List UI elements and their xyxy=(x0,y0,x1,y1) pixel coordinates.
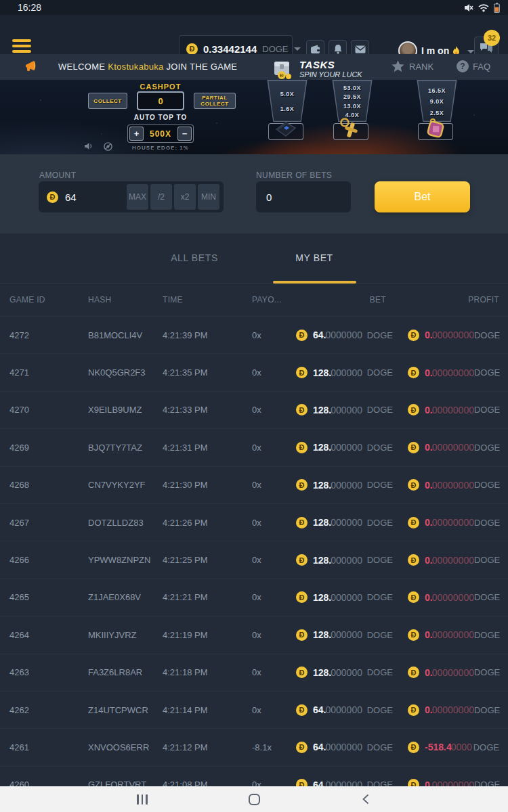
doge-coin-icon: Ð xyxy=(296,404,308,415)
cell-hash: DOTZLLDZ83 xyxy=(79,518,153,528)
cell-payout: 0x xyxy=(242,443,287,453)
cell-game-id: 4261 xyxy=(0,742,79,752)
bet-currency: DOGE xyxy=(367,667,393,677)
cell-profit: Ð-518.40000 DOGE xyxy=(393,742,508,753)
doge-coin-icon: Ð xyxy=(408,442,419,453)
ankh-key-item-icon xyxy=(337,117,365,140)
tasks-link[interactable]: Ð TASKSSPIN YOUR LUCK xyxy=(271,56,362,81)
amount-input[interactable]: 64 xyxy=(65,191,125,203)
number-of-bets-input[interactable]: 0 xyxy=(256,181,351,212)
cell-bet: Ð128.000000 DOGE xyxy=(287,667,393,678)
cell-bet: Ð64.0000000 DOGE xyxy=(287,704,393,716)
prize-slot-amulet[interactable] xyxy=(418,123,453,140)
bet-currency: DOGE xyxy=(367,443,393,453)
menu-icon[interactable] xyxy=(12,39,31,53)
cell-profit: Ð0.00000000 DOGE xyxy=(393,367,508,378)
profit-currency: DOGE xyxy=(474,405,500,415)
rank-link[interactable]: RANK xyxy=(391,60,433,72)
cell-bet: Ð128.000000 DOGE xyxy=(287,517,393,528)
recents-button[interactable] xyxy=(122,786,163,812)
doge-coin-icon: Ð xyxy=(296,667,308,678)
half-button[interactable]: /2 xyxy=(150,184,172,210)
doge-coin-icon: Ð xyxy=(296,442,308,453)
android-nav-bar xyxy=(0,786,508,812)
table-row[interactable]: 4271 NK0Q5GR2F3 4:21:35 PM 0x Ð128.00000… xyxy=(0,354,508,391)
star-icon xyxy=(391,60,404,72)
auto-top-value: 500X xyxy=(150,129,171,139)
prize-slot-ankh[interactable] xyxy=(333,123,368,140)
doge-coin-icon: Ð xyxy=(296,779,308,786)
mute-icon xyxy=(464,3,473,12)
tab-all-bets[interactable]: ALL BETS xyxy=(140,252,249,263)
profit-currency: DOGE xyxy=(474,555,500,565)
home-icon xyxy=(249,794,260,805)
cell-hash: CN7VYKY2YF xyxy=(79,480,153,490)
doge-coin-icon: Ð xyxy=(296,704,308,716)
max-button[interactable]: MAX xyxy=(127,184,148,210)
chevron-down-icon xyxy=(294,47,301,51)
doge-coin-icon: Ð xyxy=(296,330,308,341)
faq-link[interactable]: ? FAQ xyxy=(457,60,490,72)
table-row[interactable]: 4272 B81MOCLI4V 4:21:39 PM 0x Ð64.000000… xyxy=(0,317,508,354)
table-row[interactable]: 4264 MKIIIYJVRZ 4:21:19 PM 0x Ð128.00000… xyxy=(0,616,508,654)
doge-coin-icon: Ð xyxy=(296,742,308,753)
amulet-item-icon xyxy=(423,117,448,140)
table-row[interactable]: 4261 XNVOOS6ERR 4:21:12 PM -8.1x Ð64.000… xyxy=(0,729,508,766)
minus-button[interactable]: − xyxy=(177,127,192,141)
table-row[interactable]: 4268 CN7VYKY2YF 4:21:30 PM 0x Ð128.00000… xyxy=(0,467,508,504)
chevron-down-icon xyxy=(467,50,474,53)
game-area: CASHPOT COLLECT 0 PARTIAL COLLECT AUTO T… xyxy=(0,80,508,154)
profit-currency: DOGE xyxy=(474,518,500,528)
cell-payout: 0x xyxy=(242,555,287,565)
min-button[interactable]: MIN xyxy=(198,184,219,210)
cell-profit: Ð0.00000000 DOGE xyxy=(393,554,508,566)
cell-bet: Ð64.0000000 DOGE xyxy=(287,779,393,786)
partial-collect-button[interactable]: PARTIAL COLLECT xyxy=(194,93,236,109)
cell-profit: Ð0.00000000 DOGE xyxy=(393,629,508,641)
doge-coin-icon: Ð xyxy=(296,629,308,641)
multiplier-tower-3: 16.5X9.0X2.5X xyxy=(412,80,462,122)
cell-time: 4:21:33 PM xyxy=(153,405,242,415)
tab-my-bet[interactable]: MY BET xyxy=(260,252,368,263)
cell-payout: 0x xyxy=(242,405,287,415)
cell-payout: 0x xyxy=(242,480,287,490)
prize-slot-book[interactable] xyxy=(268,123,303,140)
table-row[interactable]: 4270 X9EILB9UMZ 4:21:33 PM 0x Ð128.00000… xyxy=(0,392,508,429)
cell-payout: 0x xyxy=(242,780,287,786)
question-icon: ? xyxy=(457,60,469,72)
profit-currency: DOGE xyxy=(474,705,500,715)
multiplier-tower-1: 5.0X1.6X xyxy=(262,80,312,122)
auto-top-stepper: + 500X − xyxy=(127,125,194,143)
table-row[interactable]: 4265 Z1JAE0X68V 4:21:21 PM 0x Ð128.00000… xyxy=(0,579,508,616)
table-row[interactable]: 4269 BJQ7TY7TAZ 4:21:31 PM 0x Ð128.00000… xyxy=(0,429,508,466)
app-screen: 16:28 Ð 0.33442144 DOGE I m on xyxy=(0,0,508,812)
number-of-bets-label: NUMBER OF BETS xyxy=(256,171,332,180)
table-row[interactable]: 4266 YPWW8ZNPZN 4:21:25 PM 0x Ð128.00000… xyxy=(0,541,508,579)
back-button[interactable] xyxy=(345,786,386,812)
doge-coin-icon: Ð xyxy=(408,404,419,415)
doge-coin-icon: Ð xyxy=(408,742,419,753)
cell-hash: XNVOOS6ERR xyxy=(79,742,153,752)
table-row[interactable]: 4267 DOTZLLDZ83 4:21:26 PM 0x Ð128.00000… xyxy=(0,504,508,541)
table-row[interactable]: 4262 Z14UTCPWCR 4:21:14 PM 0x Ð64.000000… xyxy=(0,692,508,729)
cell-payout: 0x xyxy=(242,518,287,528)
cell-profit: Ð0.00000000 DOGE xyxy=(393,591,508,603)
cell-game-id: 4267 xyxy=(0,518,79,528)
table-row[interactable]: 4260 GZLFQRTVRT 4:21:08 PM 0x Ð64.000000… xyxy=(0,767,508,786)
double-button[interactable]: x2 xyxy=(174,184,196,210)
doge-coin-icon: Ð xyxy=(408,517,419,528)
collect-button[interactable]: COLLECT xyxy=(88,93,127,109)
bet-button[interactable]: Bet xyxy=(375,181,470,212)
home-button[interactable] xyxy=(234,786,274,812)
doge-coin-icon: Ð xyxy=(408,629,419,641)
balance-currency: DOGE xyxy=(262,44,288,54)
plus-button[interactable]: + xyxy=(129,127,144,141)
cell-time: 4:21:19 PM xyxy=(153,630,242,640)
bet-currency: DOGE xyxy=(367,742,393,752)
back-icon xyxy=(362,794,369,805)
doge-coin-icon: Ð xyxy=(408,367,419,378)
cell-bet: Ð64.0000000 DOGE xyxy=(287,742,393,753)
table-row[interactable]: 4263 FA3Z6LR8AR 4:21:18 PM 0x Ð128.00000… xyxy=(0,654,508,692)
profit-currency: DOGE xyxy=(474,367,500,378)
bet-currency: DOGE xyxy=(367,367,393,378)
